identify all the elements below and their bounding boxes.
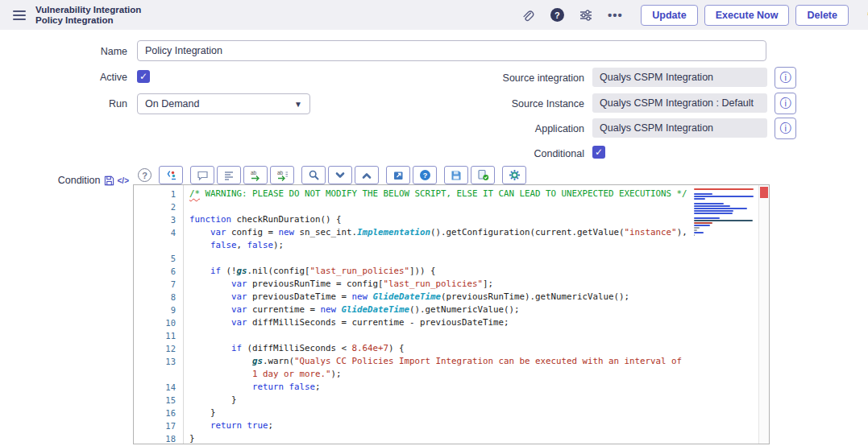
code-line[interactable]: } — [189, 394, 758, 407]
application-info-button[interactable]: ⓘ — [775, 118, 796, 139]
line-number: 14 — [134, 381, 183, 394]
line-number: 7 — [134, 278, 183, 291]
toolbar-group: ? — [386, 166, 437, 184]
search-button[interactable] — [301, 166, 326, 184]
line-number: 3 — [134, 213, 183, 226]
format-code-button[interactable] — [217, 166, 241, 184]
code-line[interactable]: var previousRunTime = config["last_run_p… — [189, 278, 758, 291]
editor-gutter: 123456789101112131415161718 — [134, 185, 184, 444]
replace-button[interactable]: ab — [243, 166, 268, 184]
script-tree-button[interactable] — [159, 166, 183, 184]
source-integration-info-button[interactable]: ⓘ — [775, 67, 796, 89]
code-line[interactable]: 1 day or more."); — [189, 368, 758, 381]
scroll-arrow-icon: ↑ — [862, 6, 868, 24]
line-number: 4 — [134, 226, 183, 239]
code-line[interactable]: var config = new sn_sec_int.Implementati… — [189, 226, 758, 239]
run-select-value: On Demand — [145, 98, 199, 109]
run-label: Run — [0, 98, 127, 109]
replace-all-button[interactable]: ab — [270, 166, 294, 184]
code-line[interactable] — [189, 200, 758, 213]
source-instance-info-button[interactable]: ⓘ — [775, 93, 796, 114]
svg-text:?: ? — [422, 171, 427, 180]
name-input[interactable] — [137, 40, 766, 61]
page-title-type: Vulnerability Integration — [35, 5, 141, 15]
application-label: Application — [450, 123, 584, 134]
code-line[interactable] — [189, 252, 758, 265]
code-line[interactable]: return true; — [189, 419, 758, 432]
minimap-line — [694, 203, 724, 204]
minimap-line — [694, 208, 747, 209]
minimap-line — [694, 188, 754, 190]
minimap-line — [694, 217, 720, 219]
more-options-icon[interactable]: ••• — [607, 7, 623, 23]
code-line[interactable]: var previousDateTime = new GlideDateTime… — [189, 291, 758, 304]
code-line[interactable]: /* WARNING: PLEASE DO NOT MODIFY THE BEL… — [189, 188, 758, 200]
minimap-line — [694, 193, 712, 195]
page-title-record: Policy Integration — [35, 15, 141, 26]
conditional-label: Conditional — [450, 148, 584, 159]
editor-minimap — [694, 188, 755, 237]
save-script-button[interactable] — [444, 166, 468, 184]
code-line[interactable]: function checkRunDuration() { — [189, 213, 758, 226]
find-next-button[interactable] — [328, 166, 352, 184]
script-editor[interactable]: 123456789101112131415161718 /* WARNING: … — [133, 184, 770, 444]
line-number: 12 — [134, 342, 183, 355]
source-integration-label: Source integration — [450, 72, 584, 84]
editor-toolbar-help-icon[interactable]: ? — [138, 168, 152, 182]
record-form-page: Vulnerability Integration Policy Integra… — [0, 0, 868, 446]
update-button[interactable]: Update — [641, 5, 697, 26]
editor-help-button[interactable]: ? — [413, 166, 437, 184]
code-line[interactable] — [189, 329, 758, 342]
minimap-line — [694, 198, 705, 200]
code-line[interactable]: } — [189, 432, 758, 444]
code-line[interactable]: var currentime = new GlideDateTime().get… — [189, 304, 758, 316]
active-checkbox[interactable]: ✓ — [137, 70, 150, 83]
toolbar-groups: abab? — [159, 166, 526, 184]
svg-text:ab: ab — [251, 170, 257, 176]
editor-scrollbar[interactable] — [758, 185, 769, 444]
line-number: 9 — [134, 304, 183, 316]
code-icon[interactable]: </> — [118, 176, 129, 185]
toolbar-group — [301, 166, 379, 184]
line-number: 8 — [134, 291, 183, 304]
source-instance-field: Qualys CSPM Integration : Default — [592, 93, 767, 113]
minimap-line — [694, 196, 754, 197]
menu-icon[interactable] — [13, 10, 26, 20]
help-icon[interactable]: ? — [549, 7, 565, 23]
line-number — [134, 239, 183, 252]
code-line[interactable]: gs.warn("Qualys CC Policies Import Integ… — [189, 355, 758, 368]
code-line[interactable]: return false; — [189, 381, 758, 394]
syntax-check-button[interactable] — [471, 166, 495, 184]
minimap-line — [694, 229, 697, 231]
code-line[interactable]: if (diffMilliSeconds < 8.64e+7) { — [189, 342, 758, 355]
save-field-icon[interactable] — [104, 176, 114, 186]
source-instance-label: Source Instance — [450, 98, 584, 109]
line-number: 13 — [134, 355, 183, 368]
code-line[interactable]: } — [189, 407, 758, 419]
line-number: 18 — [134, 432, 183, 445]
personalize-form-icon[interactable] — [578, 7, 594, 23]
editor-code[interactable]: /* WARNING: PLEASE DO NOT MODIFY THE BEL… — [185, 185, 758, 444]
find-previous-button[interactable] — [355, 166, 379, 184]
conditional-checkbox[interactable]: ✓ — [592, 146, 605, 159]
code-line[interactable]: false, false); — [189, 239, 758, 252]
toolbar-group — [159, 166, 183, 184]
attachment-icon[interactable] — [520, 7, 536, 23]
code-line[interactable]: if (!gs.nil(config["last_run_policies"])… — [189, 265, 758, 278]
editor-preferences-button[interactable] — [502, 166, 526, 184]
toolbar-group — [444, 166, 495, 184]
delete-button[interactable]: Delete — [795, 5, 849, 26]
open-fullscreen-button[interactable] — [386, 166, 410, 184]
toggle-comment-button[interactable] — [190, 166, 214, 184]
chevron-down-icon: ▼ — [294, 100, 302, 109]
scrollbar-warning-marker — [760, 187, 768, 198]
line-number — [134, 368, 183, 381]
toolbar-group: abab — [190, 166, 294, 184]
code-line[interactable]: var diffMilliSeconds = currentime - prev… — [189, 316, 758, 329]
run-select[interactable]: On Demand ▼ — [137, 93, 310, 114]
line-number: 15 — [134, 394, 183, 407]
minimap-line — [694, 225, 710, 226]
line-number: 10 — [134, 316, 183, 329]
active-label: Active — [0, 72, 127, 83]
execute-now-button[interactable]: Execute Now — [704, 5, 790, 26]
